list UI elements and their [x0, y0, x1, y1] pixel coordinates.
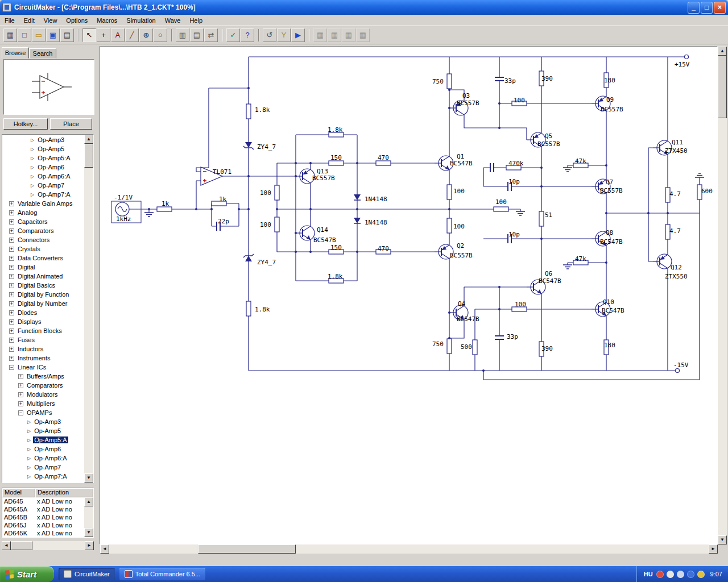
- pnp-transistor[interactable]: [534, 134, 539, 138]
- resistor[interactable]: [246, 104, 251, 119]
- print-button[interactable]: ▤: [60, 28, 74, 42]
- menu-file[interactable]: File: [0, 15, 19, 26]
- run-probe-button[interactable]: ▶: [291, 28, 305, 42]
- expand-icon[interactable]: +: [18, 392, 23, 397]
- schematic-canvas[interactable]: +15V-15V1.8kZY4_7ZY4_71.8kTL071-1/1V1kHz…: [100, 47, 718, 544]
- tree-item-op-amp7[interactable]: ▷Op-Amp7: [2, 463, 84, 472]
- save-file-button[interactable]: ▣: [46, 28, 60, 42]
- power-terminal[interactable]: [676, 369, 680, 373]
- tree-item-op-amp6[interactable]: ▷Op-Amp6: [2, 444, 84, 454]
- tree-item-op-amp3[interactable]: ▷Op-Amp3: [2, 417, 84, 426]
- expand-icon[interactable]: +: [9, 319, 14, 325]
- tree-item-diodes[interactable]: +Diodes: [2, 308, 84, 317]
- pnp-transistor[interactable]: [441, 253, 449, 259]
- pnp-transistor[interactable]: [660, 256, 665, 260]
- junction-dot[interactable]: [356, 162, 358, 164]
- expand-icon[interactable]: +: [9, 301, 14, 306]
- tree-item-comparators[interactable]: +Comparators: [2, 226, 84, 235]
- scroll-right-arrow[interactable]: ►: [85, 541, 94, 550]
- pnp-transistor[interactable]: [303, 178, 311, 183]
- zener-diode[interactable]: [245, 256, 252, 261]
- tree-item-analog[interactable]: +Analog: [2, 208, 84, 217]
- pnp-transistor[interactable]: [599, 98, 603, 102]
- tree-scrollbar[interactable]: ▲ ▼: [84, 135, 93, 483]
- tree-item-op-amp7-a[interactable]: ▷Op-Amp7:A: [2, 190, 84, 199]
- tree-item-modulators[interactable]: +Modulators: [2, 390, 84, 399]
- expand-icon[interactable]: +: [18, 383, 23, 388]
- zener-diode[interactable]: [243, 256, 245, 257]
- model-table-scrollbar[interactable]: ▲ ▼: [84, 497, 93, 537]
- junction-dot[interactable]: [210, 208, 213, 210]
- text-tool-button[interactable]: A: [111, 28, 125, 42]
- tree-item-op-amp5-a[interactable]: ▷Op-Amp5:A: [2, 153, 84, 163]
- wire-tool-button[interactable]: +: [97, 28, 110, 42]
- close-button[interactable]: ×: [714, 2, 726, 14]
- zener-diode[interactable]: [252, 148, 254, 149]
- junction-dot[interactable]: [482, 369, 485, 372]
- tree-item-op-amp5[interactable]: ▷Op-Amp5: [2, 144, 84, 153]
- tree-item-digital-basics[interactable]: +Digital Basics: [2, 281, 84, 290]
- zoom-in-tool-button[interactable]: ⊕: [139, 28, 153, 42]
- tree-item-comparators[interactable]: +Comparators: [2, 381, 84, 390]
- resistor[interactable]: [157, 207, 172, 211]
- diode[interactable]: [354, 194, 361, 200]
- tray-icon-antivirus[interactable]: [656, 571, 664, 578]
- scroll-down-arrow[interactable]: ▼: [718, 535, 727, 544]
- canvas-vscroll-thumb[interactable]: [718, 56, 727, 118]
- model-row-ad645j[interactable]: AD645Jx AD Low no: [2, 521, 93, 529]
- tree-item-multipliers[interactable]: +Multipliers: [2, 399, 84, 408]
- restore-button[interactable]: □: [701, 2, 713, 14]
- power-terminal[interactable]: [685, 55, 689, 59]
- title-bar[interactable]: CircuitMaker - [C:\Program Files\...\HTB…: [0, 0, 728, 15]
- column-header-model[interactable]: Model: [2, 488, 35, 497]
- tree-item-digital[interactable]: +Digital: [2, 263, 84, 272]
- canvas-vertical-scrollbar[interactable]: ▲ ▼: [718, 47, 727, 544]
- expand-icon[interactable]: +: [9, 210, 14, 215]
- expand-icon[interactable]: +: [9, 310, 14, 315]
- junction-dot[interactable]: [195, 208, 197, 210]
- tab-browse[interactable]: Browse: [2, 47, 29, 59]
- junction-dot[interactable]: [605, 212, 607, 214]
- expand-icon[interactable]: +: [9, 238, 14, 243]
- scope-window-2-button[interactable]: ▦: [328, 28, 341, 42]
- new-file-button[interactable]: □: [18, 28, 31, 42]
- junction-dot[interactable]: [448, 89, 450, 91]
- tree-item-buffers-amps[interactable]: +Buffers/Amps: [2, 372, 84, 381]
- junction-dot[interactable]: [540, 167, 543, 169]
- resistor[interactable]: [473, 340, 477, 355]
- probe-tool-button[interactable]: Y: [277, 28, 291, 42]
- scroll-down-arrow[interactable]: ▼: [84, 528, 93, 537]
- junction-dot[interactable]: [498, 102, 500, 105]
- npn-transistor[interactable]: [303, 226, 311, 231]
- resistor[interactable]: [447, 218, 452, 233]
- tree-item-variable-gain-amps[interactable]: +Variable Gain Amps: [2, 199, 84, 208]
- junction-dot[interactable]: [448, 337, 450, 339]
- expand-icon[interactable]: +: [18, 401, 23, 406]
- expand-icon[interactable]: +: [9, 274, 14, 279]
- junction-dot[interactable]: [309, 208, 312, 210]
- junction-dot[interactable]: [448, 208, 450, 210]
- minimize-button[interactable]: _: [688, 2, 700, 14]
- pan-view-button[interactable]: ⇄: [204, 28, 218, 42]
- resistor[interactable]: [539, 211, 544, 226]
- model-row-ad645k[interactable]: AD645Kx AD Low no: [2, 529, 93, 537]
- junction-dot[interactable]: [356, 251, 358, 253]
- tray-icon-volume[interactable]: [677, 571, 684, 578]
- junction-dot[interactable]: [498, 286, 500, 288]
- junction-dot[interactable]: [276, 208, 278, 210]
- junction-dot[interactable]: [448, 311, 450, 314]
- junction-dot[interactable]: [148, 208, 150, 210]
- open-file-button[interactable]: ▭: [32, 28, 46, 42]
- resistor[interactable]: [376, 161, 391, 165]
- canvas-hscroll-thumb[interactable]: [198, 544, 296, 554]
- junction-dot[interactable]: [309, 251, 312, 253]
- junction-dot[interactable]: [647, 212, 650, 214]
- tray-icon-scheduler[interactable]: [697, 571, 705, 578]
- start-button[interactable]: Start: [0, 566, 54, 582]
- tree-item-op-amp5-a[interactable]: ▷Op-Amp5:A: [2, 435, 84, 444]
- junction-dot[interactable]: [356, 208, 358, 210]
- junction-dot[interactable]: [667, 212, 669, 214]
- pnp-transistor[interactable]: [303, 171, 308, 174]
- tree-item-function-blocks[interactable]: +Function Blocks: [2, 326, 84, 335]
- resistor[interactable]: [329, 161, 344, 165]
